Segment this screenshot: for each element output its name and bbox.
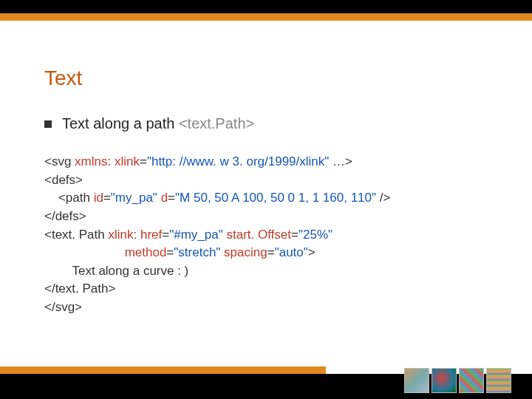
bullet-tag: <text.Path> xyxy=(179,115,254,132)
slide: Text Text along a path <text.Path> <svg … xyxy=(0,0,532,399)
code-line-6: method="stretch" spacing="auto"> xyxy=(44,244,502,262)
thumb-1 xyxy=(404,368,429,393)
bullet-label: Text along a path xyxy=(62,115,179,132)
code-line-7: Text along a curve : ) xyxy=(44,262,502,281)
bottom-bar-orange xyxy=(0,366,326,374)
top-bar-black xyxy=(0,0,532,13)
thumb-4 xyxy=(486,368,511,393)
code-line-4: </defs> xyxy=(44,208,502,226)
code-line-8: </text. Path> xyxy=(44,280,502,299)
code-line-5: <text. Path xlink: href="#my_pa" start. … xyxy=(44,226,502,245)
content-area: Text Text along a path <text.Path> <svg … xyxy=(44,66,502,317)
code-line-2: <defs> xyxy=(44,171,502,190)
code-line-1: <svg xmlns: xlink="http: //www. w 3. org… xyxy=(44,153,502,171)
top-bar-orange xyxy=(0,13,532,21)
bullet-text: Text along a path <text.Path> xyxy=(62,115,254,132)
bullet-square-icon xyxy=(44,120,52,128)
thumbnail-strip xyxy=(404,368,511,393)
code-line-3: <path id="my_pa" d="M 50, 50 A 100, 50 0… xyxy=(44,189,502,208)
bullet-item: Text along a path <text.Path> xyxy=(44,115,502,132)
thumb-2 xyxy=(432,368,457,393)
code-line-9: </svg> xyxy=(44,299,502,317)
slide-title: Text xyxy=(44,66,502,90)
code-block: <svg xmlns: xlink="http: //www. w 3. org… xyxy=(44,153,502,317)
thumb-3 xyxy=(459,368,484,393)
